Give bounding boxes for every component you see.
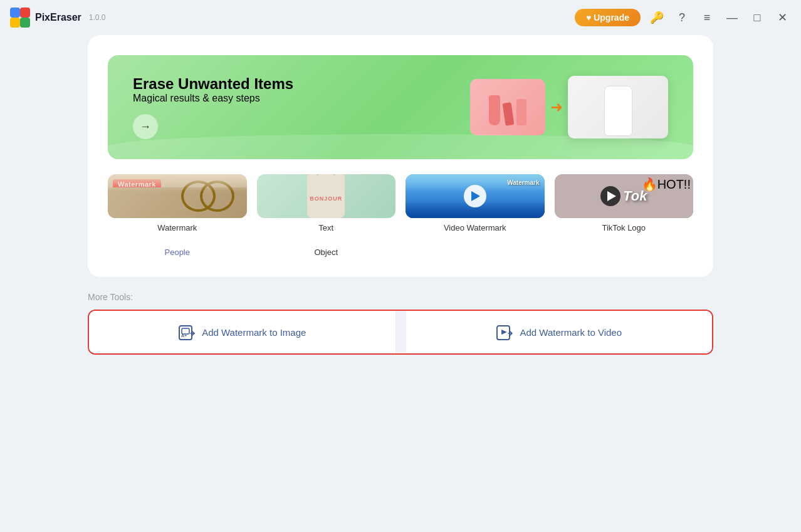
tool-item-object[interactable]: Object	[257, 243, 396, 257]
tool-label-tiktok: TikTok Logo	[602, 223, 646, 232]
hot-badge: 🔥HOT!!	[642, 177, 691, 192]
tools-grid-row2: People Object	[108, 243, 693, 257]
app-version: 1.0.0	[89, 13, 106, 22]
tool-thumb-video: Watermark	[406, 174, 545, 218]
tool-label-object: Object	[314, 248, 338, 257]
svg-text:A+: A+	[181, 333, 187, 338]
bag-handle	[317, 174, 335, 175]
tool-label-text: Text	[318, 223, 333, 232]
play-button-icon	[464, 185, 486, 207]
hero-banner: Erase Unwanted Items Magical results & e…	[108, 55, 693, 159]
titlebar: PixEraser 1.0.0 ♥ Upgrade 🔑 ? ≡ — □ ✕	[0, 0, 801, 35]
tool-item-video-watermark[interactable]: Watermark Video Watermark	[406, 174, 545, 232]
help-button[interactable]: ?	[673, 9, 691, 26]
tiktok-logo-area: Tok	[600, 186, 647, 206]
minimize-icon: —	[726, 11, 738, 24]
svg-rect-2	[10, 18, 20, 28]
menu-icon: ≡	[704, 11, 711, 24]
empty-slot-3	[406, 243, 545, 257]
tool-label-people: People	[165, 248, 190, 257]
tool-thumb-tiktok: 🔥HOT!! Tok	[555, 174, 694, 218]
app-name: PixEraser	[35, 12, 81, 23]
add-watermark-video-label: Add Watermark to Video	[520, 327, 622, 338]
banner-images: ➜	[470, 76, 668, 138]
key-button[interactable]: 🔑	[648, 9, 666, 26]
minimize-button[interactable]: —	[723, 9, 741, 26]
svg-rect-3	[20, 18, 30, 28]
more-tools-label: More Tools:	[88, 292, 713, 302]
banner-title: Erase Unwanted Items	[133, 75, 293, 93]
tool-thumb-text: BONJOUR	[257, 174, 396, 218]
banner-before-image	[470, 79, 545, 135]
banner-after-image	[568, 76, 668, 138]
more-tools-section: More Tools: A+ Add Watermark to Image Ad…	[0, 292, 801, 355]
svg-marker-8	[501, 330, 507, 335]
maximize-button[interactable]: □	[748, 9, 766, 26]
tiktok-icon	[600, 186, 620, 206]
tiktok-play-triangle	[607, 191, 616, 201]
upgrade-button[interactable]: ♥ Upgrade	[575, 9, 641, 26]
tool-item-watermark[interactable]: Watermark Watermark	[108, 174, 247, 232]
watermark-image-icon: A+	[178, 323, 196, 341]
tool-label-video-watermark: Video Watermark	[444, 223, 506, 232]
banner-subtitle: Magical results & easy steps	[133, 93, 293, 104]
banner-arrow-button[interactable]: →	[133, 114, 158, 139]
menu-button[interactable]: ≡	[698, 9, 716, 26]
product-bottle	[604, 86, 632, 136]
tool-item-tiktok[interactable]: 🔥HOT!! Tok TikTok Logo	[555, 174, 694, 232]
main-card: Erase Unwanted Items Magical results & e…	[88, 35, 713, 277]
more-tools-row: A+ Add Watermark to Image Add Watermark …	[88, 310, 713, 355]
empty-slot-4	[555, 243, 694, 257]
bag-image: BONJOUR	[307, 174, 345, 218]
tool-item-people[interactable]: People	[108, 243, 247, 257]
add-watermark-image-button[interactable]: A+ Add Watermark to Image	[89, 311, 396, 353]
play-triangle	[471, 191, 480, 201]
maximize-icon: □	[754, 11, 761, 24]
app-logo: PixEraser 1.0.0	[10, 8, 106, 28]
main-content: Erase Unwanted Items Magical results & e…	[0, 35, 801, 277]
tool-item-text[interactable]: BONJOUR Text	[257, 174, 396, 232]
tool-label-watermark: Watermark	[157, 223, 197, 232]
banner-transition-arrow: ➜	[550, 98, 563, 116]
svg-rect-0	[10, 8, 20, 18]
svg-rect-1	[20, 8, 30, 18]
close-button[interactable]: ✕	[773, 9, 791, 26]
banner-wave-decoration	[108, 134, 693, 159]
tool-thumb-watermark: Watermark	[108, 174, 247, 218]
watermark-video-icon	[496, 323, 513, 341]
banner-text: Erase Unwanted Items Magical results & e…	[133, 75, 293, 139]
close-icon: ✕	[778, 11, 787, 24]
titlebar-controls: ♥ Upgrade 🔑 ? ≡ — □ ✕	[575, 9, 791, 26]
tools-grid-row1: Watermark Watermark BONJOUR Text	[108, 174, 693, 232]
key-icon: 🔑	[650, 11, 664, 24]
help-icon: ?	[679, 11, 685, 24]
add-watermark-image-label: Add Watermark to Image	[202, 327, 306, 338]
app-logo-icon	[10, 8, 30, 28]
bag-bonjour-text: BONJOUR	[310, 196, 342, 202]
add-watermark-video-button[interactable]: Add Watermark to Video	[406, 311, 713, 353]
video-watermark-badge: Watermark	[507, 179, 539, 186]
